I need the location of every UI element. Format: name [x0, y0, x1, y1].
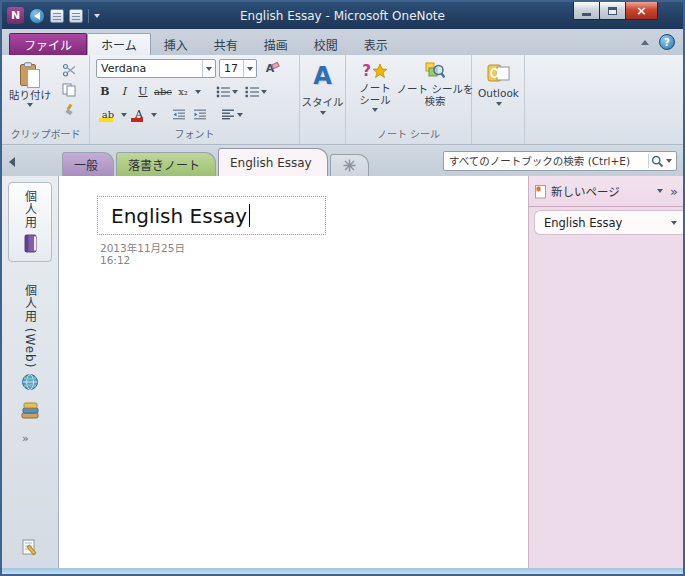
outlook-dropdown-icon[interactable]	[496, 102, 502, 106]
tab-review[interactable]: 校閲	[301, 33, 351, 55]
search-scope-dropdown-icon[interactable]	[666, 159, 672, 163]
copy-icon	[62, 83, 76, 97]
new-page-dropdown-icon[interactable]	[657, 189, 663, 193]
new-section-button[interactable]	[330, 154, 369, 176]
outlook-button[interactable]: Outlook	[475, 59, 522, 137]
full-page-view-icon[interactable]	[69, 9, 83, 23]
maximize-button[interactable]	[599, 2, 626, 20]
strikethrough-button[interactable]: abc	[153, 82, 173, 101]
page-time: 16:12	[100, 254, 130, 266]
page-title-box[interactable]: English Essay	[97, 196, 326, 235]
font-name-dropdown-icon[interactable]	[202, 60, 215, 77]
unfiled-notes-button[interactable]	[8, 534, 52, 560]
bullets-dropdown-icon[interactable]	[232, 90, 238, 94]
search-icon[interactable]	[651, 155, 664, 168]
back-button[interactable]	[29, 8, 45, 24]
outlook-icon	[487, 62, 511, 84]
increase-indent-button[interactable]	[190, 105, 210, 124]
page-title-text: English Essay	[111, 204, 247, 228]
pages-panel: 新しいページ » English Essay	[528, 176, 683, 568]
minimize-ribbon-icon[interactable]	[641, 40, 649, 45]
format-painter-icon	[62, 103, 76, 117]
styles-dropdown-icon[interactable]	[320, 111, 326, 115]
italic-button[interactable]: I	[115, 82, 133, 101]
subscript-dropdown-icon[interactable]	[195, 90, 201, 94]
page-item-dropdown-icon[interactable]	[671, 221, 677, 225]
minimize-icon	[582, 13, 591, 16]
file-tab[interactable]: ファイル	[9, 33, 87, 55]
align-lines-icon	[222, 109, 235, 120]
help-button[interactable]: ?	[659, 34, 675, 50]
format-painter-button[interactable]	[57, 100, 80, 119]
font-size-value: 17	[220, 62, 243, 75]
bold-button[interactable]: B	[96, 82, 114, 101]
text-caret	[249, 204, 250, 227]
font-color-dropdown-icon[interactable]	[151, 113, 157, 117]
bullets-button[interactable]	[213, 82, 241, 101]
quick-access-toolbar: N	[2, 7, 100, 24]
outlook-label: Outlook	[478, 87, 519, 99]
collapse-nav-icon[interactable]	[9, 157, 15, 167]
section-tab-doodle[interactable]: 落書きノート	[116, 152, 216, 176]
clear-formatting-button[interactable]: A	[260, 59, 280, 78]
notebook-icon	[23, 234, 38, 253]
search-input[interactable]	[444, 155, 648, 167]
subscript-button[interactable]: x₂	[174, 82, 192, 101]
note-tag-label-line2: シール	[359, 94, 391, 106]
section-tab-general[interactable]: 一般	[62, 152, 114, 176]
close-button[interactable]: ×	[625, 2, 658, 20]
align-dropdown-icon[interactable]	[237, 113, 243, 117]
scissors-icon	[62, 63, 76, 77]
page-list-item-selected[interactable]: English Essay	[534, 210, 683, 235]
ribbon-right-controls: ?	[641, 34, 683, 50]
note-tag-label-line1: ノート	[359, 82, 391, 94]
onenote-logo-icon[interactable]: N	[7, 7, 24, 24]
font-size-combobox[interactable]: 17	[219, 59, 257, 78]
styles-button[interactable]: A スタイル	[302, 59, 343, 139]
find-tags-button[interactable]: ノート シールを 検索	[402, 59, 468, 133]
tab-share[interactable]: 共有	[201, 33, 251, 55]
paste-dropdown-icon[interactable]	[27, 103, 33, 107]
paste-label: 貼り付け	[9, 89, 51, 101]
highlight-dropdown-icon[interactable]	[121, 113, 127, 117]
page-canvas[interactable]: English Essay 2013年11月25日 16:12	[59, 176, 528, 568]
back-arrow-icon	[34, 12, 40, 20]
search-box[interactable]	[443, 151, 677, 171]
expand-pages-panel-icon[interactable]: »	[670, 184, 678, 199]
window-bottom-frame	[2, 568, 683, 574]
tab-draw[interactable]: 描画	[251, 33, 301, 55]
numbering-dropdown-icon[interactable]	[261, 90, 267, 94]
decrease-indent-button[interactable]	[169, 105, 189, 124]
group-font: Verdana 17 A B I U abc x₂	[90, 55, 300, 144]
section-tab-english-essay[interactable]: English Essay	[218, 148, 328, 176]
sidebar-item-notebook-stack[interactable]	[8, 398, 52, 424]
note-tag-dropdown-icon[interactable]	[372, 108, 378, 112]
underline-button[interactable]: U	[134, 82, 152, 101]
paragraph-align-button[interactable]	[218, 105, 246, 124]
expand-sidebar-icon[interactable]: »	[22, 432, 29, 445]
tab-home[interactable]: ホーム	[87, 33, 151, 55]
note-tag-button[interactable]: ? ノート シール	[350, 59, 400, 133]
numbering-button[interactable]	[242, 82, 270, 101]
group-styles: A スタイル	[300, 55, 346, 144]
unfiled-notes-icon	[21, 538, 39, 556]
personal-web-notebook-label: 個人用 (Web)	[22, 284, 39, 368]
maximize-icon	[608, 7, 617, 15]
customize-qat-icon[interactable]	[94, 14, 100, 18]
group-outlook: Outlook	[472, 55, 525, 144]
dock-to-desktop-icon[interactable]	[50, 9, 64, 23]
font-color-button[interactable]: A	[128, 105, 150, 124]
copy-button[interactable]	[57, 80, 80, 99]
sidebar-item-personal-web[interactable]: 個人用 (Web)	[8, 280, 52, 395]
sidebar-item-personal[interactable]: 個人用	[8, 182, 52, 262]
new-page-bar[interactable]: 新しいページ »	[529, 176, 683, 207]
font-size-dropdown-icon[interactable]	[243, 60, 256, 77]
tab-view[interactable]: 表示	[351, 33, 401, 55]
highlight-button[interactable]: ab	[96, 105, 120, 124]
clipboard-small-buttons	[57, 60, 80, 119]
paste-button[interactable]: 貼り付け	[7, 59, 53, 131]
minimize-button[interactable]	[573, 2, 600, 20]
font-name-combobox[interactable]: Verdana	[96, 59, 216, 78]
cut-button[interactable]	[57, 60, 80, 79]
tab-insert[interactable]: 挿入	[151, 33, 201, 55]
